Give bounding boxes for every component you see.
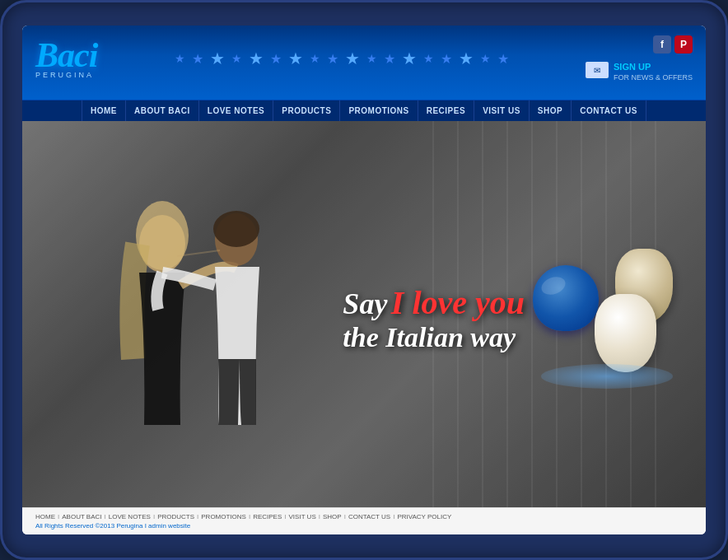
footer-link-home[interactable]: HOME — [35, 513, 55, 520]
star-13: ★ — [402, 49, 417, 68]
footer-copyright: All Rights Reserved ©2013 Perugina I adm… — [35, 522, 693, 530]
logo-text[interactable]: Baci — [35, 38, 97, 72]
signup-text: SIGN UP FOR NEWS & OFFERS — [614, 58, 693, 82]
couple-silhouette — [55, 121, 352, 507]
signup-area[interactable]: ✉ SIGN UP FOR NEWS & OFFERS — [586, 58, 693, 82]
logo-subtext: PERUGINA — [35, 71, 94, 79]
star-6: ★ — [270, 51, 282, 67]
star-15: ★ — [441, 51, 452, 67]
footer-link-contact[interactable]: CONTACT US — [348, 513, 390, 520]
hero-italian-way: the Italian way — [343, 321, 525, 352]
star-1: ★ — [175, 52, 185, 65]
star-7: ★ — [288, 49, 303, 68]
signup-label[interactable]: SIGN UP — [614, 62, 651, 72]
nav-about[interactable]: ABOUT BACI — [126, 100, 199, 121]
browser-content: Baci PERUGINA ★ ★ ★ ★ ★ ★ ★ ★ ★ ★ — [22, 26, 706, 534]
nav-contact[interactable]: CONTACT US — [572, 100, 646, 121]
stars-container: ★ ★ ★ ★ ★ ★ ★ ★ ★ ★ ★ ★ ★ ★ ★ — [97, 34, 586, 83]
footer-link-promotions[interactable]: PROMOTIONS — [201, 513, 246, 520]
star-11: ★ — [366, 52, 377, 65]
site-footer: HOME I ABOUT BACI I LOVE NOTES I PRODUCT… — [22, 507, 706, 534]
star-16: ★ — [459, 49, 474, 68]
star-2: ★ — [192, 51, 203, 67]
stars-decoration: ★ ★ ★ ★ ★ ★ ★ ★ ★ ★ ★ ★ ★ ★ ★ — [158, 49, 525, 68]
star-10: ★ — [345, 49, 360, 68]
hero-text-area: Say I love you the Italian way — [343, 282, 525, 352]
nav-promotions[interactable]: PROMOTIONS — [340, 100, 418, 121]
footer-link-shop[interactable]: SHOP — [323, 513, 342, 520]
footer-link-visit[interactable]: VISIT US — [289, 513, 316, 520]
star-12: ★ — [384, 51, 395, 67]
hero-section: Say I love you the Italian way — [22, 121, 706, 507]
star-8: ★ — [310, 52, 320, 65]
star-14: ★ — [423, 52, 434, 65]
email-icon: ✉ — [586, 62, 609, 78]
footer-link-privacy[interactable]: PRIVACY POLICY — [397, 513, 451, 520]
hero-say: Say — [343, 287, 387, 320]
footer-link-lovenotes[interactable]: LOVE NOTES — [109, 513, 151, 520]
social-icons: f P — [653, 35, 693, 54]
nav-recipes[interactable]: RECIPES — [418, 100, 474, 121]
star-17: ★ — [480, 52, 491, 65]
nav-shop[interactable]: SHOP — [530, 100, 572, 121]
star-5: ★ — [249, 49, 264, 68]
facebook-button[interactable]: f — [653, 35, 671, 54]
chocolate-white-front — [595, 294, 656, 372]
nav-products[interactable]: PRODUCTS — [273, 100, 340, 121]
pinterest-button[interactable]: P — [674, 35, 693, 54]
nav-love-notes[interactable]: LOVE NOTES — [199, 100, 273, 121]
star-3: ★ — [210, 49, 225, 68]
footer-link-products[interactable]: PRODUCTS — [157, 513, 194, 520]
star-18: ★ — [497, 51, 509, 67]
site-nav: HOME ABOUT BACI LOVE NOTES PRODUCTS PROM… — [22, 100, 706, 121]
footer-link-about[interactable]: ABOUT BACI — [62, 513, 101, 520]
hero-i-love-you: I love you — [391, 283, 525, 320]
header-right: f P ✉ SIGN UP FOR NEWS & OFFERS — [586, 35, 693, 82]
site-header: Baci PERUGINA ★ ★ ★ ★ ★ ★ ★ ★ ★ ★ — [22, 26, 706, 100]
footer-admin-link[interactable]: admin website — [148, 522, 190, 530]
logo-area: Baci PERUGINA — [35, 38, 97, 79]
star-9: ★ — [327, 51, 338, 67]
tablet-frame: Baci PERUGINA ★ ★ ★ ★ ★ ★ ★ ★ ★ ★ — [0, 0, 728, 560]
chocolates-area — [533, 249, 681, 380]
signup-sublabel: FOR NEWS & OFFERS — [614, 73, 693, 82]
svg-point-3 — [213, 211, 259, 247]
footer-link-recipes[interactable]: RECIPES — [253, 513, 282, 520]
footer-nav: HOME I ABOUT BACI I LOVE NOTES I PRODUCT… — [35, 513, 693, 520]
hero-say-line: Say I love you — [343, 282, 525, 321]
nav-visit[interactable]: VISIT US — [474, 100, 530, 121]
nav-home[interactable]: HOME — [82, 100, 126, 121]
star-4: ★ — [231, 52, 242, 65]
chocolate-blue — [533, 265, 599, 331]
chocolate-glow — [541, 364, 673, 389]
